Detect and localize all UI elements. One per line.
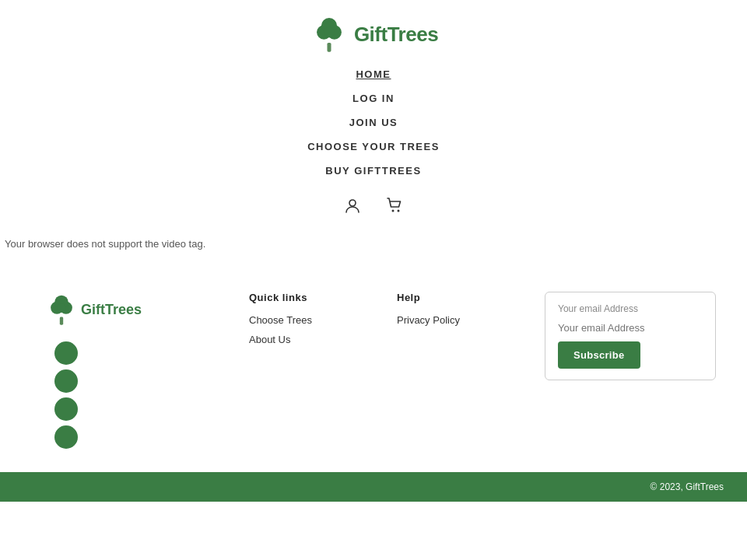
footer-circle-1 [54, 341, 78, 365]
footer-link-about-us[interactable]: About Us [249, 334, 366, 345]
footer-bottom-bar: © 2023, GiftTrees [0, 472, 747, 502]
help-title: Help [397, 292, 514, 303]
footer-circle-2 [54, 369, 78, 393]
subscribe-email-input[interactable] [558, 322, 703, 334]
logo-tree-icon [309, 14, 349, 54]
nav-icon-group [341, 194, 406, 219]
copyright-text: © 2023, GiftTrees [651, 481, 724, 492]
nav-home[interactable]: HOME [343, 62, 403, 86]
main-nav: HOME LOG IN JOIN US CHOOSE YOUR TREES BU… [295, 62, 452, 183]
account-icon [344, 197, 361, 214]
svg-point-12 [57, 303, 66, 313]
subscribe-label: Your email Address [558, 303, 703, 314]
footer-circle-4 [54, 425, 78, 449]
svg-point-4 [324, 27, 334, 37]
footer-circle-3 [54, 397, 78, 421]
video-message: Your browser does not support the video … [0, 227, 747, 261]
footer-help: Help Privacy Policy [397, 292, 514, 334]
footer-tree-icon [47, 292, 76, 327]
svg-point-5 [349, 200, 356, 206]
cart-icon [386, 197, 403, 214]
svg-rect-0 [327, 43, 331, 52]
site-footer: GiftTrees Quick links Choose Trees About… [0, 261, 747, 502]
nav-buy[interactable]: BUY GIFTTREES [313, 159, 433, 183]
footer-brand: GiftTrees [47, 292, 218, 449]
logo-trees-word: Trees [388, 23, 438, 46]
footer-logo-area: GiftTrees [47, 292, 142, 327]
footer-logo-gift: Gift [81, 302, 105, 317]
quick-links-title: Quick links [249, 292, 366, 303]
svg-point-7 [398, 210, 400, 212]
footer-logo-text: GiftTrees [81, 302, 142, 318]
account-button[interactable] [341, 194, 364, 219]
svg-point-6 [392, 210, 395, 212]
subscribe-box: Your email Address Subscribe [545, 292, 716, 380]
nav-choose[interactable]: CHOOSE YOUR TREES [295, 135, 452, 159]
svg-rect-8 [60, 317, 63, 325]
cart-button[interactable] [383, 194, 406, 219]
footer-link-choose-trees[interactable]: Choose Trees [249, 314, 366, 326]
site-header: GiftTrees HOME LOG IN JOIN US CHOOSE YOU… [0, 0, 747, 227]
footer-subscribe: Your email Address Subscribe [545, 292, 716, 380]
nav-login[interactable]: LOG IN [340, 86, 407, 110]
footer-quick-links: Quick links Choose Trees About Us [249, 292, 366, 353]
logo-text: GiftTrees [354, 23, 438, 47]
nav-join[interactable]: JOIN US [337, 110, 411, 135]
logo-gift: Gift [354, 23, 388, 46]
footer-logo-trees: Trees [105, 302, 142, 317]
footer-content: GiftTrees Quick links Choose Trees About… [0, 261, 747, 472]
footer-circles [54, 341, 78, 449]
header-logo[interactable]: GiftTrees [309, 14, 438, 54]
footer-link-privacy[interactable]: Privacy Policy [397, 314, 514, 326]
subscribe-button[interactable]: Subscribe [558, 341, 640, 369]
